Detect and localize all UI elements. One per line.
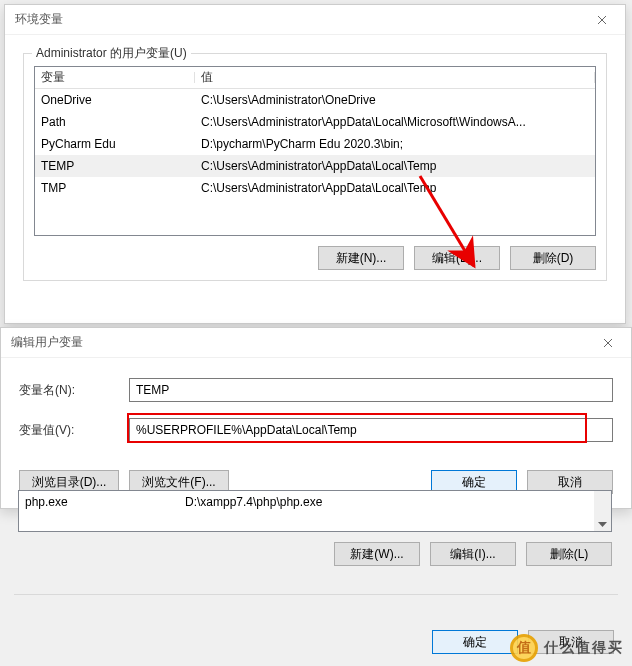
- delete-button[interactable]: 删除(L): [526, 542, 612, 566]
- new-button[interactable]: 新建(W)...: [334, 542, 420, 566]
- env-variables-dialog: 环境变量 Administrator 的用户变量(U) 变量 值 OneDriv…: [4, 4, 626, 324]
- value-label: 变量值(V):: [19, 422, 129, 439]
- system-vars-area: php.exe D:\xampp7.4\php\php.exe 新建(W)...…: [18, 490, 612, 566]
- edit-button[interactable]: 编辑(I)...: [430, 542, 516, 566]
- value-input[interactable]: [129, 418, 613, 442]
- col-header-var[interactable]: 变量: [35, 69, 195, 86]
- table-row[interactable]: TMP C:\Users\Administrator\AppData\Local…: [35, 177, 595, 199]
- table-header: 变量 值: [35, 67, 595, 89]
- watermark-text: 什么值得买: [544, 639, 624, 657]
- system-vars-table[interactable]: php.exe D:\xampp7.4\php\php.exe: [18, 490, 612, 532]
- value-wrap: [129, 418, 613, 442]
- close-button[interactable]: [585, 328, 631, 358]
- edit-user-var-dialog: 编辑用户变量 变量名(N): 变量值(V): 浏览目录(D)... 浏览文件(F…: [0, 327, 632, 509]
- name-input[interactable]: [129, 378, 613, 402]
- delete-button[interactable]: 删除(D): [510, 246, 596, 270]
- groupbox-label: Administrator 的用户变量(U): [32, 45, 191, 62]
- table-row[interactable]: php.exe D:\xampp7.4\php\php.exe: [19, 491, 594, 513]
- col-header-val[interactable]: 值: [195, 69, 595, 86]
- edit-titlebar: 编辑用户变量: [1, 328, 631, 358]
- system-vars-buttons: 新建(W)... 编辑(I)... 删除(L): [18, 542, 612, 566]
- edit-body: 变量名(N): 变量值(V):: [1, 358, 631, 470]
- new-button[interactable]: 新建(N)...: [318, 246, 404, 270]
- user-vars-buttons: 新建(N)... 编辑(E)... 删除(D): [34, 246, 596, 270]
- user-vars-groupbox: Administrator 的用户变量(U) 变量 值 OneDrive C:\…: [23, 53, 607, 281]
- edit-title: 编辑用户变量: [11, 334, 83, 351]
- watermark-logo-icon: 值: [510, 634, 538, 662]
- edit-button[interactable]: 编辑(E)...: [414, 246, 500, 270]
- scrollbar[interactable]: [594, 491, 611, 531]
- table-row[interactable]: Path C:\Users\Administrator\AppData\Loca…: [35, 111, 595, 133]
- divider: [14, 594, 618, 595]
- user-vars-table[interactable]: 变量 值 OneDrive C:\Users\Administrator\One…: [34, 66, 596, 236]
- close-icon: [597, 15, 607, 25]
- scroll-down-icon[interactable]: [598, 517, 607, 531]
- table-row[interactable]: OneDrive C:\Users\Administrator\OneDrive: [35, 89, 595, 111]
- table-row-selected[interactable]: TEMP C:\Users\Administrator\AppData\Loca…: [35, 155, 595, 177]
- close-icon: [603, 338, 613, 348]
- name-row: 变量名(N):: [19, 378, 613, 402]
- env-title: 环境变量: [15, 11, 63, 28]
- value-row: 变量值(V):: [19, 418, 613, 442]
- close-button[interactable]: [579, 5, 625, 35]
- watermark: 值 什么值得买: [510, 634, 624, 662]
- name-label: 变量名(N):: [19, 382, 129, 399]
- env-titlebar: 环境变量: [5, 5, 625, 35]
- ok-button[interactable]: 确定: [432, 630, 518, 654]
- table-row[interactable]: PyCharm Edu D:\pycharm\PyCharm Edu 2020.…: [35, 133, 595, 155]
